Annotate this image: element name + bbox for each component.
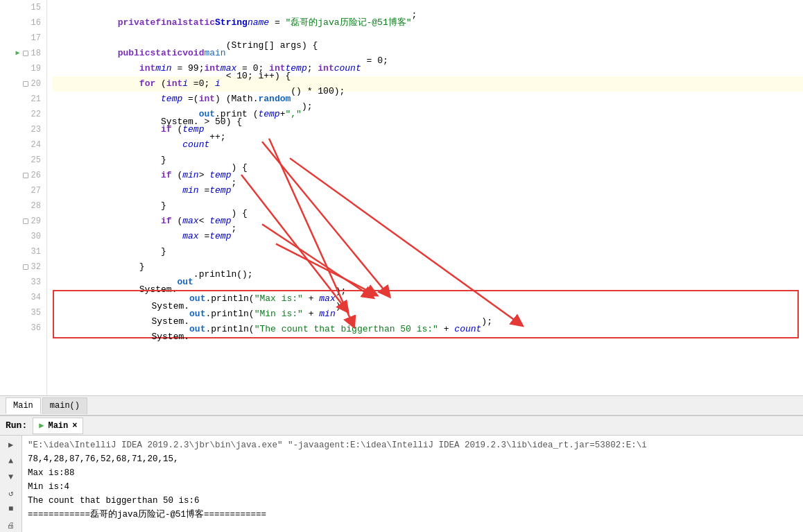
breakpoint-marker-32[interactable] [23,264,28,270]
breakpoint-marker-26[interactable] [23,173,28,178]
run-arrow-icon: ▶ [16,46,20,61]
run-output: "E:\idea\IntelliJ IDEA 2019.2.3\jbr\bin\… [22,436,803,532]
breakpoint-marker-29[interactable] [23,218,28,224]
run-output-line-1: 78,4,28,87,76,52,68,71,20,15, [28,452,797,466]
gutter-line-17: 17 [31,31,41,46]
gutter-line-33: 33 [31,275,41,290]
run-play-button[interactable]: ▶ [4,438,18,452]
run-toolbar: ▶ ▲ ▼ ↺ ■ 🖨 [0,436,22,532]
gutter-line-34: 34 [31,290,41,305]
code-lines: private final static String name = "磊哥的j… [47,0,803,395]
tab-main-method-label: main() [50,401,80,411]
gutter-line-16: 16 [31,15,41,31]
gutter-line-18: ▶ 18 [16,46,41,61]
run-print-button[interactable]: 🖨 [4,519,18,532]
gutter-line-20: 20 [23,76,41,92]
editor-tabs-bar: Main main() [0,395,803,415]
gutter-line-26: 26 [23,168,41,183]
gutter-line-32: 32 [23,259,41,275]
run-output-line-2: Max is:88 [28,466,797,480]
tab-main-label: Main [13,401,33,411]
tab-main-method[interactable]: main() [42,397,87,414]
run-tab-close[interactable]: × [72,421,77,431]
run-output-line-3: Min is:4 [28,480,797,494]
gutter-line-15: 15 [31,0,41,15]
run-panel: Run: ▶ Main × ▶ ▲ ▼ ↺ ■ 🖨 "E:\idea\Intel… [0,415,803,532]
gutter-line-27: 27 [31,183,41,198]
code-line-28: } [53,198,803,214]
run-stop-button[interactable]: ■ [4,503,18,516]
code-line-22: System.out.print (temp+","); [53,107,803,122]
run-down-button[interactable]: ▼ [4,470,18,483]
run-content: ▶ ▲ ▼ ↺ ■ 🖨 "E:\idea\IntelliJ IDEA 2019.… [0,436,803,532]
red-box-container: System.out.println("Max is:" + max); Sys… [53,290,799,338]
code-line-16: private final static String name = "磊哥的j… [53,15,803,31]
run-icon: ▶ [39,420,44,431]
run-label: Run: [6,420,27,431]
code-line-20: for (int i =0; i < 10; i++) { [53,76,803,92]
run-reload-button[interactable]: ↺ [4,487,18,500]
gutter-line-19: 19 [31,61,41,76]
gutter-line-31: 31 [31,244,41,259]
code-line-19: int min = 99;int max = 0; int temp; int … [53,61,803,76]
gutter-line-22: 22 [31,107,41,122]
gutter-line-23: 23 [31,122,41,137]
code-line-36: System.out.println("The count that bigge… [54,322,797,337]
gutter-line-29: 29 [23,214,41,229]
code-line-31: } [53,244,803,259]
code-line-18: public static void main(String[] args) { [53,46,803,61]
code-line-25: } [53,153,803,168]
run-tab-label: Main [48,421,68,431]
breakpoint-marker[interactable] [23,51,28,56]
gutter-line-28: 28 [31,198,41,214]
run-up-button[interactable]: ▲ [4,454,18,467]
run-tab-main[interactable]: ▶ Main × [33,418,83,434]
gutter-line-35: 35 [31,305,41,320]
editor-area: 15 16 17 ▶ 18 19 20 21 22 23 24 25 26 27 [0,0,803,395]
tab-main[interactable]: Main [6,397,41,414]
run-panel-header: Run: ▶ Main × [0,416,803,436]
run-output-line-0: "E:\idea\IntelliJ IDEA 2019.2.3\jbr\bin\… [28,438,797,452]
breakpoint-marker-20[interactable] [23,81,28,87]
run-output-line-4: The count that biggerthan 50 is:6 [28,494,797,508]
gutter-line-24: 24 [31,137,41,153]
run-output-line-5: ============磊哥的java历险记-@51博客============ [28,508,797,522]
line-number-gutter: 15 16 17 ▶ 18 19 20 21 22 23 24 25 26 27 [0,0,47,395]
gutter-line-30: 30 [31,229,41,244]
gutter-line-25: 25 [31,153,41,168]
gutter-line-36: 36 [31,320,41,336]
gutter-line-21: 21 [31,92,41,107]
